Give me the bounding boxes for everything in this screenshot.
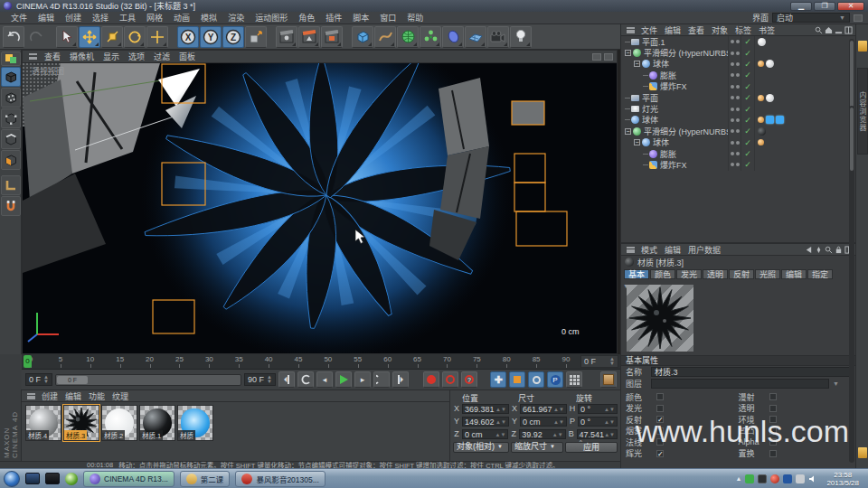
pin-icon[interactable] [815, 246, 823, 254]
material-item[interactable]: 材质 [177, 405, 213, 441]
main-menu-item[interactable]: 工具 [114, 12, 141, 23]
visibility-dots[interactable] [728, 148, 741, 159]
add-camera-button[interactable] [487, 26, 509, 48]
attribute-tab-编辑[interactable]: 编辑 [781, 269, 807, 279]
expand-collapse-icon[interactable]: − [625, 128, 631, 135]
visibility-dots[interactable] [728, 59, 741, 70]
polygons-mode-button[interactable] [1, 150, 21, 170]
record-keyframe-button[interactable] [423, 371, 439, 388]
expand-collapse-icon[interactable]: − [634, 61, 640, 67]
channel-checkbox[interactable]: ✓ [656, 450, 664, 457]
add-cube-button[interactable] [352, 26, 373, 48]
play-mode-button[interactable] [297, 371, 314, 388]
coordinate-system-button[interactable] [245, 26, 267, 48]
coordinate-input[interactable]: 149.602 cm▲▼ [462, 417, 509, 427]
object-tree-row[interactable]: 灯光✓ [621, 103, 855, 114]
add-spline-button[interactable] [374, 26, 396, 48]
coordinate-input[interactable]: 47.541 °▲▼ [577, 429, 618, 439]
viewport-panel-menu-icon[interactable] [29, 53, 37, 60]
attribute-tab-发光[interactable]: 发光 [676, 269, 702, 279]
keyframe-selection-button[interactable]: ? [461, 371, 477, 388]
visibility-dots[interactable] [728, 81, 741, 92]
sphere-object-icon[interactable] [642, 138, 650, 146]
channel-checkbox[interactable]: ✓ [656, 416, 664, 423]
tray-display-icon[interactable] [758, 474, 767, 483]
attribute-menu-item[interactable]: 模式 [637, 244, 661, 256]
object-tree-row[interactable]: 膨胀✓ [621, 70, 855, 80]
enabled-check[interactable]: ✓ [741, 103, 754, 114]
channel-checkbox[interactable] [769, 393, 777, 400]
white-tag-icon[interactable] [766, 60, 774, 68]
panel-menu-icon[interactable] [27, 393, 35, 399]
enabled-check[interactable]: ✓ [741, 59, 754, 70]
key-rotation-toggle[interactable] [528, 371, 544, 388]
main-menu-item[interactable]: 文件 [5, 12, 33, 23]
object-tree-row[interactable]: 球体✓ [621, 115, 855, 126]
object-tree-row[interactable]: 平面.1✓ [621, 36, 855, 47]
object-tree-row[interactable]: −平滑细分 (HyperNURBS)✓ [621, 126, 855, 136]
main-menu-item[interactable]: 插件 [320, 12, 347, 23]
object-name[interactable]: 平面 [642, 92, 658, 104]
enabled-check[interactable]: ✓ [741, 159, 754, 170]
object-manager-menu-item[interactable]: 查看 [684, 24, 708, 36]
size-mode-dropdown[interactable]: 缩放尺寸▼ [511, 442, 563, 453]
key-scale-toggle[interactable] [509, 371, 525, 388]
current-frame-field[interactable]: 0 F▲▼ [25, 373, 52, 386]
light-object-icon[interactable] [631, 106, 639, 112]
close-button[interactable]: ✕ [837, 2, 864, 11]
material-item[interactable]: 材质.4 [25, 405, 61, 441]
bulge-object-icon[interactable] [649, 71, 657, 80]
add-array-button[interactable] [420, 26, 441, 48]
content-browser-tab[interactable]: 内容浏览器 [857, 68, 868, 155]
white-tag-icon[interactable] [758, 38, 766, 46]
sphere-object-icon[interactable] [642, 60, 650, 68]
ruler-frame-box[interactable]: 0 F▲▼ [580, 355, 618, 368]
enabled-check[interactable]: ✓ [741, 115, 754, 126]
attribute-menu-item[interactable]: 用户数据 [684, 244, 724, 256]
viewport-menu-item[interactable]: 选项 [124, 51, 149, 62]
minimize-panel-icon[interactable] [835, 26, 843, 34]
coordinate-input[interactable]: 369.381 cm▲▼ [462, 404, 509, 414]
material-menu-item[interactable]: 功能 [85, 390, 108, 402]
explosion-object-icon[interactable] [649, 161, 657, 169]
viewport-menu-item[interactable]: 面板 [175, 51, 200, 62]
layer-input[interactable] [651, 379, 829, 389]
maximize-button[interactable]: ❐ [814, 2, 835, 11]
channel-checkbox[interactable] [769, 405, 777, 412]
coordinate-input[interactable]: 0 cm▲▼ [520, 417, 567, 427]
make-editable-button[interactable] [1, 52, 21, 66]
enabled-check[interactable]: ✓ [741, 137, 754, 148]
object-name[interactable]: 爆炸FX [660, 159, 687, 171]
enabled-check[interactable]: ✓ [741, 36, 754, 47]
texture-mode-button[interactable] [1, 88, 21, 108]
enabled-check[interactable]: ✓ [741, 92, 754, 103]
object-name[interactable]: 球体 [653, 58, 669, 70]
enabled-check[interactable]: ✓ [741, 126, 754, 136]
channel-checkbox[interactable] [769, 427, 777, 435]
attribute-manager-scrollbar[interactable] [849, 106, 854, 463]
object-manager-menu-item[interactable]: 对象 [708, 24, 731, 36]
channel-checkbox[interactable] [769, 438, 777, 446]
material-menu-item[interactable]: 编辑 [61, 390, 85, 402]
bulge-object-icon[interactable] [649, 150, 657, 158]
visibility-dots[interactable] [728, 159, 741, 170]
expand-collapse-icon[interactable]: − [634, 139, 640, 145]
name-input[interactable]: 材质.3 [651, 367, 851, 377]
model-mode-button[interactable] [1, 67, 21, 87]
channel-checkbox[interactable] [656, 438, 664, 446]
object-name[interactable]: 球体 [653, 136, 669, 148]
phong-tag-icon[interactable] [758, 139, 764, 145]
attribute-menu-item[interactable]: 编辑 [661, 244, 684, 256]
enabled-check[interactable]: ✓ [741, 70, 754, 80]
main-menu-item[interactable]: 脚本 [347, 12, 374, 23]
object-manager-menu-item[interactable]: 文件 [637, 24, 661, 36]
phong-tag-icon[interactable] [758, 117, 764, 123]
panel-layout-icon[interactable] [844, 26, 853, 34]
play-button[interactable] [335, 371, 352, 388]
visibility-dots[interactable] [728, 115, 741, 126]
visibility-dots[interactable] [728, 36, 741, 47]
taskbar-task-3[interactable]: 暴风影音201305... [235, 471, 325, 487]
coordinate-input[interactable]: 0 cm▲▼ [462, 429, 508, 439]
content-browser-icon[interactable] [858, 41, 867, 52]
blue-sel-tag-icon[interactable] [766, 116, 774, 124]
